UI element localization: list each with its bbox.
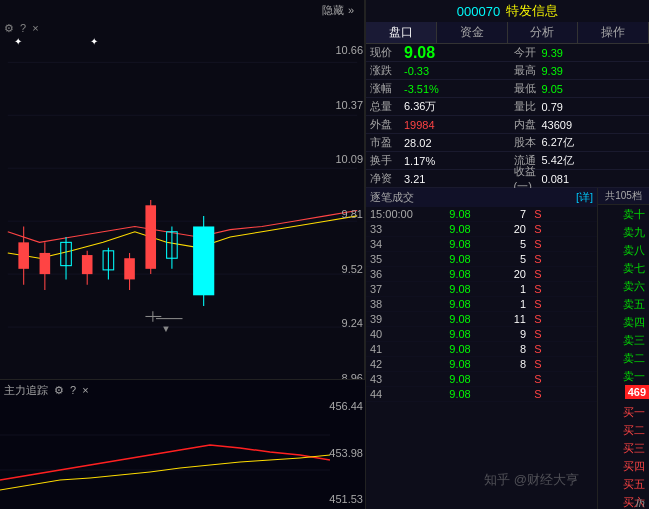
buy-three: 买三 [598,439,649,457]
indicator-question-icon[interactable]: ? [70,384,76,396]
hide-arrows: » [348,4,354,16]
trans-type-10: S [526,358,550,370]
high-label: 最高 [512,63,540,78]
trans-vol-1: 20 [486,223,526,235]
indicator-price-2: 453.98 [329,447,363,459]
trans-rownum-11: 43 [366,373,434,385]
indicator-gear-icon[interactable]: ⚙ [54,384,64,397]
trans-rownum-3: 35 [366,253,434,265]
trans-row-3: 35 9.08 5 S [366,252,597,267]
today-open-val: 9.39 [540,47,650,59]
trans-price-12: 9.08 [434,388,486,400]
trans-row-8: 40 9.08 9 S [366,327,597,342]
badge-row: 469 [598,385,649,403]
ma-line-2 [8,211,357,243]
price-row: 现价 9.08 今开 9.39 [366,44,649,62]
trans-row-10: 42 9.08 8 S [366,357,597,372]
trans-type-11: S [526,373,550,385]
buy-two: 买二 [598,421,649,439]
price-label-4: 9.81 [335,208,363,220]
trans-rownum-8: 40 [366,328,434,340]
sell-nine: 卖九 [598,223,649,241]
trans-rownum-5: 37 [366,283,434,295]
indicator-top-bar: 主力追踪 ⚙ ? × [0,380,365,400]
trans-price-11: 9.08 [434,373,486,385]
netassets-row: 净资 3.21 收益(一) 0.081 [366,170,649,188]
trans-rownum-6: 38 [366,298,434,310]
stock-name: 特发信息 [506,2,558,20]
trans-rownum-1: 33 [366,223,434,235]
transaction-table: 15:00:00 9.08 7 S 33 9.08 20 S 34 9.08 5… [366,207,597,402]
tab-analysis[interactable]: 分析 [508,22,579,43]
turnover-val: 1.17% [402,155,512,167]
circ-val: 5.42亿 [540,153,650,168]
trans-row-0: 15:00:00 9.08 7 S [366,207,597,222]
indicator-price-1: 456.44 [329,400,363,412]
trans-vol-4: 20 [486,268,526,280]
changepct-val: -3.51% [402,83,512,95]
price-labels: 10.66 10.37 10.09 9.81 9.52 9.24 8.96 [335,44,363,384]
trans-vol-12 [486,388,526,400]
turnover-row: 换手 1.17% 流通 5.42亿 [366,152,649,170]
indicator-price-3: 451.53 [329,493,363,505]
trans-type-3: S [526,253,550,265]
sell-ten: 卖十 [598,205,649,223]
tab-operation[interactable]: 操作 [578,22,649,43]
totalvol-label: 总量 [366,99,402,114]
hide-label[interactable]: 隐藏 [322,3,344,18]
changepct-label: 涨幅 [366,81,402,96]
trans-price-8: 9.08 [434,328,486,340]
buy-five: 买五 [598,475,649,493]
trans-price-6: 9.08 [434,298,486,310]
candlestick-chart: ▼ [0,20,365,380]
volratio-label: 量比 [512,99,540,114]
price-label-2: 10.37 [335,99,363,111]
trans-rownum-7: 39 [366,313,434,325]
outvol-row: 外盘 19984 内盘 43609 [366,116,649,134]
detail-link[interactable]: [详] [576,190,593,205]
trans-type-1: S [526,223,550,235]
tab-bar: 盘口 资金 分析 操作 [366,22,649,44]
trans-type-6: S [526,298,550,310]
trans-type-4: S [526,268,550,280]
stock-info-area: 现价 9.08 今开 9.39 涨跌 -0.33 最高 9.39 涨幅 -3.5… [366,44,649,188]
corner-badge: 469 [625,385,649,399]
trans-vol-7: 11 [486,313,526,325]
trans-vol-5: 1 [486,283,526,295]
trans-row-12: 44 9.08 S [366,387,597,402]
indicator-label: 主力追踪 [4,383,48,398]
trans-price-1: 9.08 [434,223,486,235]
trans-price-7: 9.08 [434,313,486,325]
sell-five: 卖五 [598,295,649,313]
trans-type-5: S [526,283,550,295]
low-val: 9.05 [540,83,650,95]
transaction-header: 逐笔成交 [详] [366,188,597,207]
changepct-row: 涨幅 -3.51% 最低 9.05 [366,80,649,98]
trans-row-9: 41 9.08 8 S [366,342,597,357]
high-val: 9.39 [540,65,650,77]
indicator-close-icon[interactable]: × [82,384,88,396]
bookval-label: 股本 [512,135,540,150]
right-panel: 000070 特发信息 盘口 资金 分析 操作 现价 9.08 今开 9.39 … [365,0,649,509]
trans-type-12: S [526,388,550,400]
trans-rownum-9: 41 [366,343,434,355]
svg-rect-13 [82,255,93,274]
sell-three: 卖三 [598,331,649,349]
change-label: 涨跌 [366,63,402,78]
tab-pankou[interactable]: 盘口 [366,22,437,43]
order-ladder: 共105档 卖十 卖九 卖八 卖七 卖六 卖五 卖四 卖三 卖二 卖一 469 … [597,188,649,509]
trans-time-0: 15:00:00 [366,208,434,220]
trans-vol-2: 5 [486,238,526,250]
tab-capital[interactable]: 资金 [437,22,508,43]
pe-label: 市盈 [366,135,402,150]
pe-val: 28.02 [402,137,512,149]
low-label: 最低 [512,81,540,96]
trans-vol-0: 7 [486,208,526,220]
trans-rownum-12: 44 [366,388,434,400]
trans-row-6: 38 9.08 1 S [366,297,597,312]
price-label-1: 10.66 [335,44,363,56]
indicator-price-labels: 456.44 453.98 451.53 [329,400,363,505]
transaction-title: 逐笔成交 [370,190,414,205]
trans-row-4: 36 9.08 20 S [366,267,597,282]
vol-badge: 共105档 [598,188,649,205]
